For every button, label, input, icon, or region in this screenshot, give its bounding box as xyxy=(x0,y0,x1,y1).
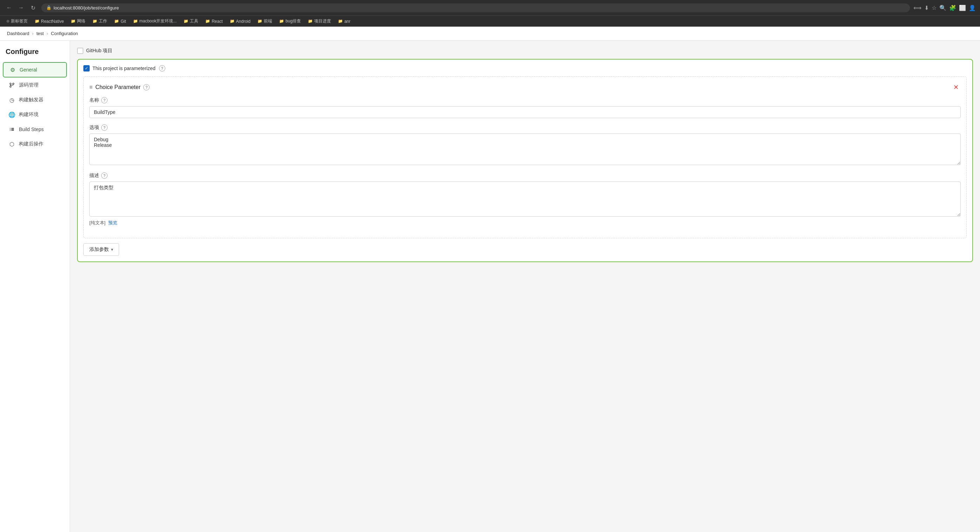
breadcrumb-sep-1: › xyxy=(32,31,33,36)
sidebar-item-general[interactable]: ⚙ General xyxy=(3,62,67,78)
svg-rect-4 xyxy=(11,128,14,129)
branch-icon xyxy=(8,82,16,89)
bookmark-label: 网络 xyxy=(77,18,86,24)
bookmark-label: ReactNative xyxy=(41,19,64,24)
sidebar-item-post[interactable]: ⬡ 构建后操作 xyxy=(3,137,67,151)
breadcrumb-sep-2: › xyxy=(46,31,48,36)
parameterized-section: This project is parameterized ? ≡ Choice… xyxy=(77,59,973,262)
name-help-icon[interactable]: ? xyxy=(101,97,108,104)
bookmark-react[interactable]: 📁 React xyxy=(202,18,225,25)
name-field-label: 名称 ? xyxy=(89,97,961,104)
choice-param-help-icon[interactable]: ? xyxy=(143,84,150,91)
sidebar-item-label: General xyxy=(20,67,37,73)
options-field-label: 选项 ? xyxy=(89,124,961,131)
bookmark-network[interactable]: 📁 网络 xyxy=(68,17,88,25)
svg-point-2 xyxy=(10,86,11,87)
options-field-group: 选项 ? Debug Release xyxy=(89,124,961,166)
bookmark-icon[interactable]: ☆ xyxy=(932,5,937,11)
bookmark-reactnative[interactable]: 📁 ReactNative xyxy=(32,18,67,25)
bookmark-android[interactable]: 📁 Android xyxy=(227,18,253,25)
extension-icon[interactable]: 🧩 xyxy=(949,5,956,11)
zoom-icon[interactable]: 🔍 xyxy=(939,5,947,11)
sidebar-item-build-steps[interactable]: Build Steps xyxy=(3,122,67,136)
github-checkbox-box[interactable] xyxy=(77,48,83,54)
breadcrumb-dashboard[interactable]: Dashboard xyxy=(7,31,29,36)
folder-icon: 📁 xyxy=(183,19,188,24)
sidebar-item-trigger[interactable]: ◷ 构建触发器 xyxy=(3,93,67,107)
sidebar-item-label: 构建环境 xyxy=(19,111,38,118)
forward-button[interactable]: → xyxy=(16,3,26,13)
svg-point-0 xyxy=(10,83,11,84)
bookmark-bugreport[interactable]: 📁 bug排查 xyxy=(276,17,304,25)
folder-icon: 📁 xyxy=(279,19,284,24)
browser-actions: ⟺ ⬇ ☆ 🔍 🧩 ⬜ 👤 xyxy=(913,5,976,11)
options-label-text: 选项 xyxy=(89,124,99,131)
parameterized-checkbox[interactable]: This project is parameterized xyxy=(83,65,156,72)
bookmark-git[interactable]: 📁 Git xyxy=(111,18,129,25)
folder-icon: 📁 xyxy=(338,19,343,24)
bookmark-frontend[interactable]: 📁 前端 xyxy=(255,17,275,25)
refresh-button[interactable]: ↻ xyxy=(28,3,38,13)
back-button[interactable]: ← xyxy=(4,3,14,13)
sidebar-item-env[interactable]: 🌐 构建环境 xyxy=(3,108,67,122)
add-param-button[interactable]: 添加参数 ▾ xyxy=(83,243,119,256)
new-tab-icon: ⊕ xyxy=(6,19,10,24)
parameterized-help-icon[interactable]: ? xyxy=(159,65,165,72)
bookmark-progress[interactable]: 📁 项目进度 xyxy=(305,17,334,25)
bookmark-macbook[interactable]: 📁 macbook开发环境... xyxy=(130,17,180,25)
url-text: localhost:8080/job/test/configure xyxy=(54,5,119,11)
options-textarea[interactable]: Debug Release xyxy=(89,134,961,165)
svg-rect-7 xyxy=(10,130,11,131)
bookmark-tools[interactable]: 📁 工具 xyxy=(181,17,201,25)
github-checkbox-row: GitHub 项目 xyxy=(77,48,973,54)
cube-icon: ⬡ xyxy=(8,140,16,148)
bookmark-new-tab[interactable]: ⊕ 新标签页 xyxy=(3,17,30,25)
svg-rect-3 xyxy=(10,128,11,129)
svg-point-1 xyxy=(13,83,14,84)
description-textarea[interactable]: 打包类型 xyxy=(89,182,961,217)
breadcrumb-test[interactable]: test xyxy=(37,31,44,36)
choice-param-title: Choice Parameter xyxy=(95,84,140,91)
preview-link[interactable]: 预览 xyxy=(108,220,117,226)
github-checkbox[interactable]: GitHub 项目 xyxy=(77,48,113,54)
translate-icon[interactable]: ⟺ xyxy=(913,5,921,11)
globe-icon: 🌐 xyxy=(8,111,16,118)
bookmark-work[interactable]: 📁 工作 xyxy=(90,17,110,25)
folder-icon: 📁 xyxy=(71,19,76,24)
nav-buttons: ← → ↻ xyxy=(4,3,38,13)
parameterized-checkbox-box[interactable] xyxy=(83,65,90,72)
main-layout: Configure ⚙ General 源码管理 ◷ 构建触发器 🌐 构建环境 xyxy=(0,41,980,532)
svg-rect-5 xyxy=(10,129,11,130)
description-help-icon[interactable]: ? xyxy=(101,172,108,179)
svg-rect-6 xyxy=(11,129,14,130)
folder-icon: 📁 xyxy=(258,19,262,24)
plaintext-label: [纯文本] xyxy=(89,220,105,226)
svg-rect-8 xyxy=(11,130,14,131)
lock-icon: 🔒 xyxy=(46,5,51,10)
sidebar-item-label: 源码管理 xyxy=(19,82,38,88)
plaintext-row: [纯文本] 预览 xyxy=(89,220,961,226)
sidebar-item-label: 构建后操作 xyxy=(19,141,43,147)
options-help-icon[interactable]: ? xyxy=(101,124,108,131)
name-input[interactable] xyxy=(89,106,961,118)
sidebar: Configure ⚙ General 源码管理 ◷ 构建触发器 🌐 构建环境 xyxy=(0,41,70,532)
breadcrumb-configuration: Configuration xyxy=(51,31,78,36)
sidebar-item-label: Build Steps xyxy=(19,126,44,132)
name-field-group: 名称 ? xyxy=(89,97,961,118)
breadcrumb: Dashboard › test › Configuration xyxy=(0,27,980,41)
download-icon[interactable]: ⬇ xyxy=(924,5,929,11)
card-title-row: ≡ Choice Parameter ? xyxy=(89,84,150,91)
browser-chrome: ← → ↻ 🔒 localhost:8080/job/test/configur… xyxy=(0,0,980,16)
profile-icon[interactable]: 👤 xyxy=(969,5,976,11)
bookmark-anr[interactable]: 📁 anr xyxy=(335,18,353,25)
bookmarks-bar: ⊕ 新标签页 📁 ReactNative 📁 网络 📁 工作 📁 Git 📁 m… xyxy=(0,16,980,27)
parameterized-header: This project is parameterized ? xyxy=(83,65,967,72)
close-choice-param-button[interactable]: ✕ xyxy=(951,82,961,92)
address-bar[interactable]: 🔒 localhost:8080/job/test/configure xyxy=(41,3,910,12)
folder-icon: 📁 xyxy=(230,19,235,24)
bookmark-label: macbook开发环境... xyxy=(139,18,177,24)
split-icon[interactable]: ⬜ xyxy=(959,5,966,11)
card-header: ≡ Choice Parameter ? ✕ xyxy=(89,82,961,92)
sidebar-item-source[interactable]: 源码管理 xyxy=(3,78,67,92)
add-param-label: 添加参数 xyxy=(89,246,109,253)
